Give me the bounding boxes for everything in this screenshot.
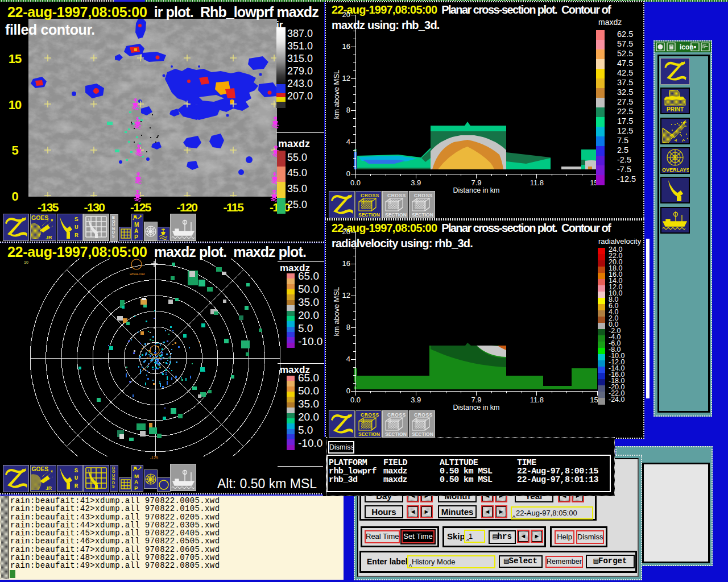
svg-text:P: P — [134, 234, 138, 240]
svg-text:CROSS: CROSS — [387, 193, 406, 198]
svg-text:SECTION: SECTION — [358, 212, 380, 218]
svg-text:SECTION: SECTION — [358, 431, 380, 437]
svg-text:GOES: GOES — [31, 214, 48, 221]
svg-text:CROSS: CROSS — [361, 412, 379, 418]
svg-text:whoa-mat: whoa-mat — [129, 272, 145, 276]
svg-text:16: 16 — [342, 42, 350, 51]
svg-text:km above MSL: km above MSL — [332, 70, 341, 119]
svg-text:11.8: 11.8 — [530, 178, 544, 187]
svg-text:0.0: 0.0 — [350, 178, 361, 187]
svg-text:CROSS: CROSS — [387, 412, 406, 418]
svg-text:SECTION: SECTION — [412, 431, 433, 437]
svg-text:CROSS: CROSS — [414, 412, 433, 418]
svg-text:.IR: .IR — [46, 235, 52, 240]
svg-text:M: M — [134, 473, 139, 479]
svg-text:U: U — [75, 224, 78, 231]
svg-text:R: R — [75, 483, 78, 489]
svg-text:S: S — [112, 234, 115, 238]
svg-text:S: S — [112, 484, 115, 488]
svg-text:0: 0 — [346, 169, 350, 178]
svg-text:16: 16 — [342, 259, 350, 268]
svg-text:OVERLAYS: OVERLAYS — [662, 167, 689, 173]
svg-text:11.8: 11.8 — [530, 396, 544, 404]
svg-text:CROSS: CROSS — [361, 193, 379, 198]
svg-text:7.9: 7.9 — [471, 396, 481, 404]
svg-text:b<-125-8: b<-125-8 — [147, 356, 161, 360]
svg-text:12: 12 — [342, 291, 350, 300]
svg-text:20: 20 — [342, 10, 350, 19]
svg-text:7.9: 7.9 — [471, 178, 481, 187]
svg-text:A: A — [134, 479, 138, 485]
svg-text:A: A — [134, 228, 138, 234]
svg-text:0.0: 0.0 — [350, 396, 361, 404]
svg-text:SECTION: SECTION — [412, 212, 433, 218]
svg-text:-125: -125 — [150, 456, 158, 460]
svg-text:20: 20 — [342, 227, 350, 236]
svg-text:.IR: .IR — [46, 485, 52, 491]
svg-text:12: 12 — [342, 74, 350, 82]
svg-text:4: 4 — [346, 138, 350, 146]
svg-text:0: 0 — [346, 386, 350, 395]
svg-text:3.9: 3.9 — [411, 178, 421, 187]
svg-text:Distance in km: Distance in km — [453, 404, 500, 411]
svg-text:S: S — [75, 467, 78, 474]
svg-text:SECTION: SECTION — [385, 431, 407, 437]
svg-text:U: U — [75, 475, 78, 481]
svg-text:S: S — [75, 216, 78, 223]
svg-text:4: 4 — [346, 355, 350, 363]
svg-text:km above MSL: km above MSL — [332, 287, 341, 336]
svg-text:3.9: 3.9 — [411, 396, 421, 404]
svg-text:SECTION: SECTION — [385, 212, 407, 218]
svg-text:8: 8 — [346, 323, 350, 331]
svg-text:M: M — [134, 222, 139, 228]
svg-text:10: 10 — [24, 260, 28, 264]
svg-text:P: P — [134, 485, 138, 491]
svg-text:Distance in km: Distance in km — [453, 186, 500, 194]
svg-text:icon: icon — [680, 43, 694, 51]
svg-text:PRINT: PRINT — [667, 106, 684, 113]
svg-text:8: 8 — [346, 106, 350, 114]
svg-text:GOES: GOES — [31, 466, 48, 472]
svg-text:R: R — [75, 232, 78, 239]
svg-text:CROSS: CROSS — [414, 193, 433, 198]
